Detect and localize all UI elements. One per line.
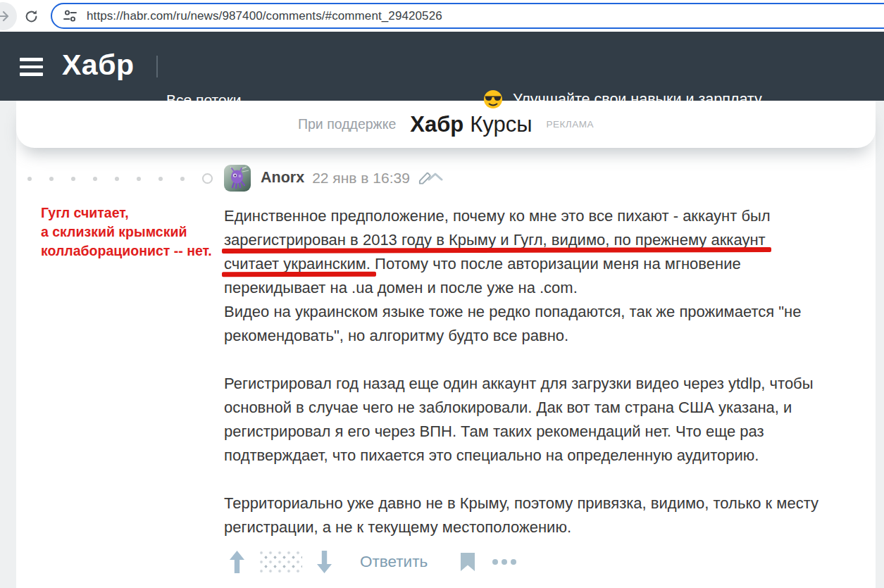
comment-text-line: регистрации, а не к текущему местоположе… xyxy=(224,515,844,539)
url-text[interactable]: https://habr.com/ru/news/987400/comments… xyxy=(87,9,442,23)
comment-text: Видео на украинском языке тоже не редко … xyxy=(224,303,802,320)
comment-action-bar: Ответить xyxy=(230,549,516,575)
comment-text: перекидывает на .ua домен и после уже на… xyxy=(224,279,578,296)
comment-text: подтверждает, что пихается это специальн… xyxy=(224,446,759,464)
thread-depth-dot xyxy=(27,177,32,181)
reply-button[interactable]: Ответить xyxy=(360,553,428,571)
comment-text: Потому что после авторизации меня на мгн… xyxy=(371,255,741,273)
sunglasses-emoji-icon xyxy=(483,89,503,109)
site-logo[interactable]: Хабр xyxy=(62,49,135,82)
red-annotation-note: Гугл считает,а склизкий крымскийколлабор… xyxy=(41,204,212,261)
address-bar[interactable]: https://habr.com/ru/news/987400/comments… xyxy=(51,3,884,29)
comment-text: Регистрировал год назад еще один аккаунт… xyxy=(224,375,814,392)
site-settings-icon[interactable] xyxy=(63,8,77,23)
comment-author[interactable]: Anorx xyxy=(261,169,304,187)
more-options-button[interactable] xyxy=(492,559,516,565)
comment-text-line: подтверждает, что пихается это специальн… xyxy=(224,444,844,468)
header-promo-link[interactable]: Улучшайте свои навыки и зарплату xyxy=(483,89,762,109)
comment-text: Территориально уже давно не в Крыму, поэ… xyxy=(224,494,818,512)
blurred-score xyxy=(260,551,302,574)
comment-text-line: регистрировал я его через ВПН. Там таких… xyxy=(224,420,844,444)
red-underlined-text: считает украинским. xyxy=(224,255,371,273)
reload-button[interactable] xyxy=(23,8,39,25)
comment-body: Единственное предположение, почему ко мн… xyxy=(224,204,844,539)
comment-text: регистрировал я его через ВПН. Там таких… xyxy=(224,423,764,440)
promo-text: Улучшайте свои навыки и зарплату xyxy=(513,91,762,108)
comment-text-line: Регистрировал год назад еще один аккаунт… xyxy=(224,372,844,396)
avatar[interactable] xyxy=(224,165,251,192)
comment-text-line: перекидывает на .ua домен и после уже на… xyxy=(224,276,844,300)
comment-text-line: считает украинским. Потому что после авт… xyxy=(224,252,844,276)
bookmark-icon[interactable] xyxy=(461,553,475,571)
forward-button[interactable] xyxy=(0,2,17,30)
banner-prefix: При поддержке xyxy=(298,116,396,132)
paragraph-gap xyxy=(224,348,844,372)
forward-arrow-icon xyxy=(0,8,11,24)
thread-depth-dot xyxy=(49,177,54,181)
thread-depth-dot xyxy=(158,177,163,181)
thread-depth-dot xyxy=(93,177,97,181)
thread-depth-dot xyxy=(137,177,141,181)
thread-depth-dot xyxy=(71,177,75,181)
comment-text-line: Видео на украинском языке тоже не редко … xyxy=(224,300,844,324)
reload-icon xyxy=(23,8,39,25)
comment-text: Единственное предположение, почему ко мн… xyxy=(224,207,771,225)
thread-depth-dot xyxy=(180,177,185,181)
comment-text-line: зарегистрирован в 2013 году в Крыму и Гу… xyxy=(224,228,844,252)
annotation-line: коллаборационист -- нет. xyxy=(41,242,212,261)
site-header: Хабр Все потоки Улучшайте свои навыки и … xyxy=(0,32,884,101)
comment-text-line: Единственное предположение, почему ко мн… xyxy=(224,204,844,228)
comment-text-line: рекомендовать", но алгоритму будто все р… xyxy=(224,324,844,348)
banner-ad-label: РЕКЛАМА xyxy=(546,119,594,130)
comment-text: рекомендовать", но алгоритму будто все р… xyxy=(224,327,568,344)
thread-current-level-circle xyxy=(202,173,213,184)
annotation-line: а склизкий крымский xyxy=(41,223,212,242)
header-divider xyxy=(156,56,158,77)
downvote-arrow-icon[interactable] xyxy=(317,551,332,573)
thread-depth-indicator xyxy=(27,173,213,184)
upvote-arrow-icon[interactable] xyxy=(230,551,244,573)
comment-text: регистрации, а не к текущему местоположе… xyxy=(224,518,571,536)
red-underlined-text: зарегистрирован в 2013 году в Крыму и Гу… xyxy=(224,231,766,249)
comment-meta: Anorx 22 янв в 16:39 xyxy=(261,169,432,187)
comment-text-line: основной в случае чего не заблокировали.… xyxy=(224,396,844,420)
menu-icon[interactable] xyxy=(20,58,43,76)
avatar-creature-icon xyxy=(225,166,249,190)
comment-text-line: Территориально уже давно не в Крыму, поэ… xyxy=(224,492,844,515)
paragraph-gap xyxy=(224,468,844,492)
chevron-up-icon xyxy=(428,173,443,181)
banner-brand-regular: Курсы xyxy=(470,112,532,137)
collapse-thread-button[interactable] xyxy=(428,171,443,184)
thread-depth-dot xyxy=(115,177,119,181)
browser-toolbar: https://habr.com/ru/news/987400/comments… xyxy=(0,0,884,32)
comment-text: основной в случае чего не заблокировали.… xyxy=(224,399,792,416)
comment-timestamp[interactable]: 22 янв в 16:39 xyxy=(312,170,410,187)
banner-brand-bold: Хабр xyxy=(410,112,463,137)
nav-all-streams-link[interactable]: Все потоки xyxy=(166,92,242,108)
annotation-line: Гугл считает, xyxy=(41,204,212,223)
